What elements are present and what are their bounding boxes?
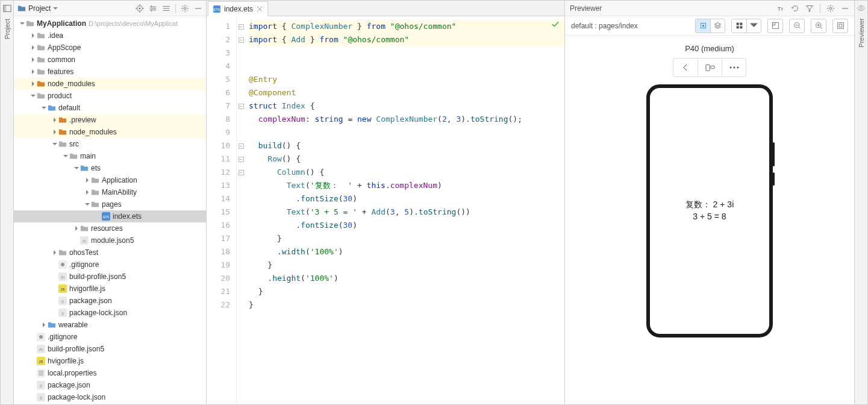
tree-item-appscope[interactable]: AppScope: [14, 42, 206, 54]
code-line[interactable]: }: [249, 298, 564, 312]
device-more-button[interactable]: [722, 58, 746, 77]
hide-icon[interactable]: [194, 4, 202, 13]
tree-item-pages[interactable]: pages: [14, 198, 206, 210]
device-rotate-button[interactable]: [698, 58, 722, 77]
project-tab[interactable]: Project: [4, 15, 11, 43]
tree-arrow-icon[interactable]: [30, 92, 37, 99]
previewer-tab[interactable]: Previewer: [858, 14, 865, 51]
tree-item-package-lock-json[interactable]: {}package-lock.json: [14, 391, 206, 403]
tree-item-ohostest[interactable]: ohosTest: [14, 246, 206, 259]
code-line[interactable]: .width('100%'): [249, 245, 564, 259]
preview-mode-layers[interactable]: [710, 19, 725, 33]
tree-item-myapplication[interactable]: MyApplication D:\projects\deveco\MyAppli…: [14, 17, 206, 30]
code-line[interactable]: import { ComplexNumber } from "@ohos/com…: [249, 20, 564, 33]
code-line[interactable]: .height('100%'): [249, 272, 564, 285]
tree-item-module-json5[interactable]: {5}module.json5: [14, 234, 206, 246]
code-line[interactable]: }: [249, 259, 564, 272]
tree-item-default[interactable]: default: [14, 102, 206, 114]
code-line[interactable]: Column() {: [249, 166, 564, 179]
tree-arrow-icon[interactable]: [40, 321, 48, 328]
tree-item-node-modules[interactable]: node_modules: [14, 126, 206, 138]
tree-arrow-icon[interactable]: [73, 165, 80, 172]
code-line[interactable]: .fontSize(30): [249, 192, 564, 206]
tree-item-package-lock-json[interactable]: {}package-lock.json: [14, 307, 206, 319]
tree-item-ets[interactable]: ets: [14, 162, 206, 174]
project-tree[interactable]: MyApplication D:\projects\deveco\MyAppli…: [14, 16, 206, 404]
preview-grid-icon[interactable]: [732, 19, 746, 33]
locate-icon[interactable]: [136, 4, 144, 13]
device-back-button[interactable]: [673, 58, 698, 77]
zoom-in-icon[interactable]: [811, 19, 826, 33]
code-line[interactable]: struct Index {: [249, 99, 564, 113]
tree-arrow-icon[interactable]: [30, 80, 37, 87]
tree-item-node-modules[interactable]: node_modules: [14, 78, 206, 90]
code-line[interactable]: Text('复数： ' + this.complexNum): [249, 179, 564, 192]
code-line[interactable]: .fontSize(30): [249, 219, 564, 232]
tree-item-application[interactable]: Application: [14, 174, 206, 186]
tree-arrow-icon[interactable]: [73, 225, 80, 232]
code-line[interactable]: @Entry: [249, 73, 564, 86]
tree-item-build-profile-json5[interactable]: {5}build-profile.json5: [14, 271, 206, 283]
code-line[interactable]: }: [249, 285, 564, 298]
tree-item--preview[interactable]: .preview: [14, 114, 206, 126]
code-line[interactable]: Text('3 + 5 = ' + Add(3, 5).toString()): [249, 206, 564, 219]
expand-all-icon[interactable]: [149, 4, 157, 13]
tree-item-common[interactable]: common: [14, 54, 206, 66]
tree-item-wearable[interactable]: wearable: [14, 319, 206, 331]
code-line[interactable]: [249, 46, 564, 60]
collapse-all-icon[interactable]: [162, 4, 170, 13]
tree-item-build-profile-json5[interactable]: {5}build-profile.json5: [14, 343, 206, 355]
font-toggle-icon[interactable]: Tт: [776, 4, 785, 13]
code-line[interactable]: complexNum: string = new ComplexNumber(2…: [249, 113, 564, 126]
tree-arrow-icon[interactable]: [30, 44, 37, 51]
previewer-hide-icon[interactable]: [841, 4, 849, 13]
tree-arrow-icon[interactable]: [19, 20, 26, 27]
project-view-dropdown-icon[interactable]: [53, 6, 58, 11]
tree-arrow-icon[interactable]: [84, 189, 91, 196]
tree-arrow-icon[interactable]: [51, 116, 58, 124]
tree-item--gitignore[interactable]: .gitignore: [14, 259, 206, 271]
tree-arrow-icon[interactable]: [51, 128, 58, 136]
close-tab-icon[interactable]: [257, 6, 263, 12]
code-line[interactable]: @Component: [249, 86, 564, 99]
tree-item-package-json[interactable]: {}package.json: [14, 295, 206, 307]
code-line[interactable]: import { Add } from "@ohos/common": [249, 33, 564, 46]
tree-arrow-icon[interactable]: [51, 249, 58, 256]
editor-tab-index[interactable]: ETS index.ets: [208, 1, 268, 16]
tree-arrow-icon[interactable]: [84, 201, 91, 208]
code-line[interactable]: Row() {: [249, 152, 564, 166]
tree-item-mainability[interactable]: MainAbility: [14, 186, 206, 198]
filter-icon[interactable]: [805, 4, 814, 13]
tree-item-main[interactable]: main: [14, 150, 206, 162]
preview-aspect-icon[interactable]: [767, 19, 783, 33]
code-line[interactable]: build() {: [249, 139, 564, 152]
tree-arrow-icon[interactable]: [40, 104, 48, 111]
tree-arrow-icon[interactable]: [30, 32, 37, 39]
tree-arrow-icon[interactable]: [84, 177, 91, 184]
tree-item-hvigorfile-js[interactable]: JShvigorfile.js: [14, 283, 206, 295]
preview-grid-dropdown-icon[interactable]: [746, 19, 761, 33]
tree-arrow-icon[interactable]: [62, 152, 69, 160]
code-editor[interactable]: 12345678910111213141516171819202122 −−−−…: [207, 16, 564, 404]
tree-item--gitignore[interactable]: .gitignore: [14, 331, 206, 343]
tree-arrow-icon[interactable]: [51, 140, 58, 148]
tree-item-hvigorfile-js[interactable]: JShvigorfile.js: [14, 355, 206, 367]
refresh-icon[interactable]: [791, 4, 799, 13]
tree-arrow-icon[interactable]: [30, 68, 37, 75]
fullscreen-icon[interactable]: [832, 19, 848, 33]
tree-item-resources[interactable]: resources: [14, 222, 206, 234]
code-line[interactable]: }: [249, 232, 564, 245]
preview-mode-inspect[interactable]: [696, 19, 710, 33]
tree-item-package-json[interactable]: {}package.json: [14, 379, 206, 391]
previewer-settings-icon[interactable]: [826, 4, 835, 13]
tree-item-index-ets[interactable]: ETSindex.ets: [14, 210, 206, 222]
tree-item-product[interactable]: product: [14, 90, 206, 102]
code-body[interactable]: import { ComplexNumber } from "@ohos/com…: [245, 16, 564, 404]
code-line[interactable]: [249, 126, 564, 139]
settings-icon[interactable]: [181, 4, 189, 13]
device-screen[interactable]: 复数： 2 + 3i 3 + 5 = 8: [685, 199, 734, 222]
tree-item--idea[interactable]: .idea: [14, 30, 206, 42]
zoom-out-icon[interactable]: [789, 19, 805, 33]
tree-arrow-icon[interactable]: [30, 56, 37, 63]
tree-item-local-properties[interactable]: local.properties: [14, 367, 206, 379]
